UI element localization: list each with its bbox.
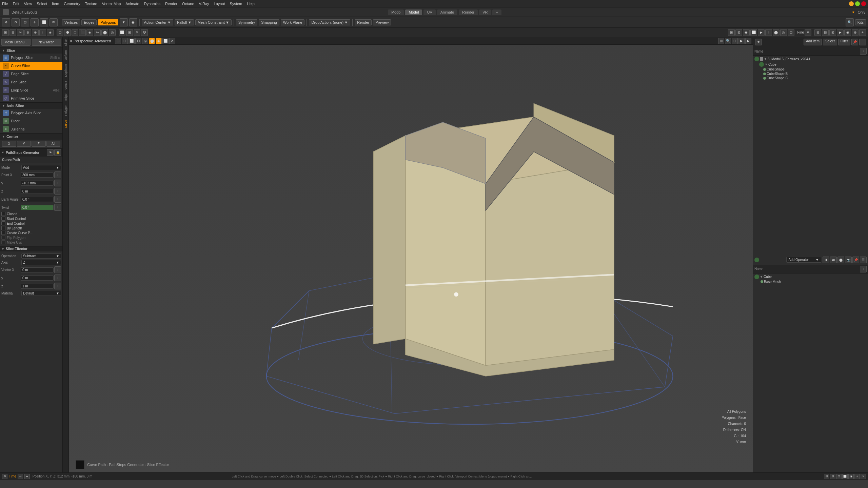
timeline-btn1[interactable]: ⏮ [18, 474, 23, 479]
rtool2[interactable]: ⊠ [735, 29, 742, 36]
vp-rbtn1[interactable]: ⊞ [718, 38, 724, 44]
tab-add[interactable]: + [492, 9, 501, 15]
se-operation-dropdown[interactable]: Subtract ▼ [21, 253, 61, 259]
status-btn7[interactable]: ✕ [861, 474, 866, 479]
pen-slice-tool[interactable]: ✎ Pen Slice [0, 78, 62, 86]
dicer-tool[interactable]: ⊞ Dicer [0, 117, 62, 125]
close-button[interactable] [861, 1, 866, 6]
perspective-label[interactable]: Perspective [74, 39, 93, 43]
mode-dropdown[interactable]: Add ▼ [21, 165, 61, 170]
rtool1[interactable]: ⊞ [728, 29, 735, 36]
rtool5[interactable]: ▶ [758, 29, 765, 36]
bank-angle-spin[interactable]: ⁞ [54, 196, 61, 203]
vert-tab-edge[interactable]: Edge [63, 92, 68, 103]
search-btn[interactable]: 🔍 [846, 18, 854, 26]
polygon-axis-slice-tool[interactable]: ╋ Polygon Axis Slice [0, 109, 62, 117]
select-btn[interactable]: Select [823, 39, 837, 45]
axis-z-btn[interactable]: Z [32, 141, 46, 147]
status-btn3[interactable]: ⊡ [836, 474, 842, 479]
tool4[interactable]: ⊕ [24, 29, 31, 36]
tool9[interactable]: ⬢ [64, 29, 71, 36]
timeline-btn2[interactable]: ⏭ [24, 474, 30, 479]
make-uvs-checkbox[interactable] [1, 240, 5, 244]
rtool12[interactable]: ⊟ [822, 29, 829, 36]
select-rect-btn[interactable]: ⬜ [40, 18, 48, 26]
scene-row-5[interactable]: CubeShape C [753, 76, 868, 80]
edges-btn[interactable]: Edges [81, 19, 97, 25]
vert-tab-curve[interactable]: Curve [63, 118, 68, 130]
se-vx-spin[interactable]: ⁞ [54, 266, 61, 273]
vp-rbtn4[interactable]: ▶ [738, 38, 745, 44]
rtool14[interactable]: ▶ [837, 29, 844, 36]
vp-btn7[interactable]: ◉ [156, 38, 162, 44]
rtool3[interactable]: ◉ [743, 29, 750, 36]
scene-eye-btn[interactable]: 👁 [755, 39, 762, 45]
loop-slice-tool[interactable]: ⟳ Loop Slice Alt-c [0, 86, 62, 94]
minimize-button[interactable] [849, 1, 854, 6]
mesh-cleanup-btn[interactable]: Mesh Cleanu... [1, 39, 31, 46]
tool1[interactable]: ⊞ [2, 29, 9, 36]
rtool17[interactable]: + [859, 29, 866, 36]
flip-polygon-checkbox[interactable] [1, 236, 5, 240]
rtool6[interactable]: ⏸ [765, 29, 772, 36]
op-menu-btn[interactable]: ☰ [860, 257, 867, 263]
scale-btn[interactable]: ⊡ [21, 18, 29, 26]
tool12[interactable]: ◈ [86, 29, 93, 36]
rtool8[interactable]: ◎ [780, 29, 787, 36]
rtool7[interactable]: ⬤ [773, 29, 780, 36]
se-axis-dropdown[interactable]: Z ▼ [21, 260, 61, 265]
scene-row-4[interactable]: CubeShape B [753, 72, 868, 76]
new-mesh-btn[interactable]: New Mesh [32, 39, 61, 46]
vert-tab-slice[interactable]: Slice [63, 37, 68, 48]
polygon-slice-tool[interactable]: ▧ Polygon Slice Shift-c [0, 54, 62, 62]
menu-view[interactable]: View [24, 2, 32, 6]
se-vz-spin[interactable]: ⁞ [54, 283, 61, 289]
julienne-tool[interactable]: ≡ Julienne [0, 125, 62, 133]
menu-texture[interactable]: Texture [85, 2, 97, 6]
vp-btn6[interactable]: ⬤ [149, 38, 155, 44]
polygons-btn[interactable]: Polygons [98, 19, 118, 25]
se-vector-z-value[interactable]: 1 m [21, 284, 54, 289]
closed-checkbox[interactable] [1, 212, 5, 216]
rtool9[interactable]: ⊡ [788, 29, 794, 36]
status-btn4[interactable]: ⬜ [842, 474, 848, 479]
tool5[interactable]: ⊗ [32, 29, 39, 36]
vp-btn3[interactable]: ⬜ [129, 38, 135, 44]
rtool15[interactable]: ◉ [844, 29, 851, 36]
op-row-2[interactable]: Base Mesh [753, 280, 868, 284]
tool16[interactable]: ⬜ [119, 29, 125, 36]
scene-row-1[interactable]: ▼ 3_Modo16_Features_v204J... [753, 56, 868, 62]
menu-layout[interactable]: Layout [214, 2, 225, 6]
point-x-spin[interactable]: ⁞ [54, 171, 61, 178]
center-viewport[interactable]: Perspective Advanced ⊞ ⊟ ⬜ ⊡ ◎ ⬤ ◉ ⬜ ✕ ⊞… [69, 37, 753, 472]
op-forward-btn[interactable]: ⏭ [830, 257, 837, 263]
point-y-value[interactable]: -162 mm [21, 181, 54, 186]
move-btn[interactable]: ✛ [31, 18, 39, 26]
se-vector-y-value[interactable]: 0 m [21, 276, 54, 281]
add-operator-dropdown[interactable]: Add Operator ▼ [786, 257, 822, 263]
scene-pin-btn[interactable]: 📌 [851, 39, 858, 45]
center-section-header[interactable]: ▼ Center [0, 133, 62, 140]
tool8[interactable]: ⬡ [57, 29, 63, 36]
filter-btn[interactable]: Filter [838, 39, 850, 45]
axis-x-btn[interactable]: X [2, 141, 16, 147]
falloff-dropdown[interactable]: Falloff ▼ [175, 19, 194, 25]
tool17[interactable]: ⊞ [126, 29, 133, 36]
scene-row-2[interactable]: ▼ Cube [753, 62, 868, 67]
rtool4[interactable]: ⬜ [750, 29, 757, 36]
scene-menu-btn[interactable]: ☰ [859, 39, 866, 45]
tab-vr[interactable]: VR [479, 9, 491, 15]
vp-btn4[interactable]: ⊡ [135, 38, 141, 44]
tab-model[interactable]: Model [405, 9, 422, 15]
point-x-value[interactable]: 308 mm [21, 172, 54, 178]
point-y-spin[interactable]: ⁞ [54, 180, 61, 186]
end-control-checkbox[interactable] [1, 221, 5, 225]
tool14[interactable]: ⬤ [101, 29, 108, 36]
menu-animate[interactable]: Animate [125, 2, 139, 6]
tool15[interactable]: ◎ [109, 29, 116, 36]
rotate-btn[interactable]: ↻ [12, 18, 20, 26]
menu-help[interactable]: Help [247, 2, 255, 6]
snapping-btn[interactable]: Snapping [259, 19, 279, 25]
slice-effector-header[interactable]: ▼ Slice Effector [0, 246, 62, 251]
bank-angle-value[interactable]: 0.0 ° [21, 197, 54, 202]
